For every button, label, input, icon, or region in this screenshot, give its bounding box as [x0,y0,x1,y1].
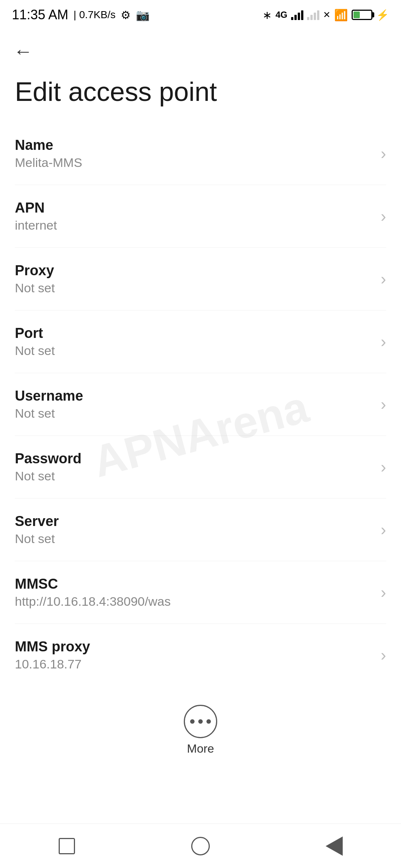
signal-bars-1 [291,10,303,20]
chevron-right-icon: › [381,207,386,226]
settings-item-value: Melita-MMS [15,155,373,170]
settings-item-value: internet [15,218,373,233]
battery-box [352,10,372,20]
chevron-right-icon: › [381,332,386,351]
battery-fill [353,11,360,18]
home-icon [191,837,210,855]
back-arrow-icon: ← [13,42,33,61]
settings-item-label: Proxy [15,263,373,279]
status-right: ∗ 4G ✕ 📶 ⚡ [263,9,389,22]
signal-bars-2 [307,10,319,20]
settings-list: Name Melita-MMS › APN internet › Proxy N… [0,122,401,686]
nav-bar [0,823,401,868]
settings-item-content: MMSC http://10.16.18.4:38090/was [15,576,373,609]
recent-apps-button[interactable] [45,824,89,868]
settings-item-server[interactable]: Server Not set › [15,499,386,561]
settings-item-password[interactable]: Password Not set › [15,436,386,499]
settings-item-content: Password Not set [15,451,373,483]
back-button[interactable]: ← [13,38,33,65]
settings-item-value: Not set [15,469,373,483]
recent-apps-icon [59,838,75,854]
settings-item-mmsc[interactable]: MMSC http://10.16.18.4:38090/was › [15,561,386,624]
settings-item-label: MMS proxy [15,639,373,655]
more-dots [190,719,211,724]
settings-item-proxy[interactable]: Proxy Not set › [15,248,386,310]
settings-item-value: 10.16.18.77 [15,657,373,671]
settings-item-content: Username Not set [15,388,373,421]
settings-item-apn[interactable]: APN internet › [15,185,386,248]
bluetooth-icon: ∗ [263,9,272,22]
charging-icon: ⚡ [376,9,389,21]
no-signal-icon: ✕ [323,10,330,20]
settings-item-content: MMS proxy 10.16.18.77 [15,639,373,671]
more-button[interactable]: More [169,697,232,763]
back-nav-icon [326,836,343,856]
settings-item-value: http://10.16.18.4:38090/was [15,594,373,609]
settings-item-content: Port Not set [15,325,373,358]
more-circle [184,705,217,738]
settings-item-content: Server Not set [15,513,373,546]
chevron-right-icon: › [381,646,386,664]
settings-item-label: MMSC [15,576,373,592]
settings-item-label: APN [15,200,373,216]
status-speed: | 0.7KB/s [74,9,115,21]
page-title: Edit access point [15,76,386,108]
settings-item-content: APN internet [15,200,373,233]
status-time: 11:35 AM [12,7,68,23]
settings-item-name[interactable]: Name Melita-MMS › [15,122,386,185]
status-left: 11:35 AM | 0.7KB/s ⚙ 📷 [12,7,150,23]
settings-item-port[interactable]: Port Not set › [15,310,386,373]
toolbar: ← [0,27,401,68]
back-nav-button[interactable] [312,824,356,868]
4g-icon: 4G [276,10,287,20]
home-button[interactable] [178,824,223,868]
chevron-right-icon: › [381,520,386,539]
status-bar: 11:35 AM | 0.7KB/s ⚙ 📷 ∗ 4G ✕ 📶 [0,0,401,27]
settings-item-label: Name [15,137,373,153]
settings-item-value: Not set [15,406,373,421]
chevron-right-icon: › [381,144,386,163]
camera-icon: 📷 [136,9,150,22]
gear-icon: ⚙ [121,9,131,22]
settings-item-content: Proxy Not set [15,263,373,295]
settings-item-mms-proxy[interactable]: MMS proxy 10.16.18.77 › [15,624,386,686]
chevron-right-icon: › [381,458,386,476]
chevron-right-icon: › [381,395,386,414]
settings-item-value: Not set [15,343,373,358]
wifi-icon: 📶 [334,9,348,22]
settings-item-value: Not set [15,281,373,295]
chevron-right-icon: › [381,270,386,288]
settings-item-value: Not set [15,532,373,546]
settings-item-username[interactable]: Username Not set › [15,373,386,436]
more-section: More [0,686,401,770]
settings-item-label: Password [15,451,373,467]
more-label: More [187,742,214,756]
battery-container [352,10,372,20]
settings-item-label: Port [15,325,373,341]
page-title-section: Edit access point [0,68,401,122]
chevron-right-icon: › [381,583,386,602]
settings-item-label: Username [15,388,373,404]
settings-item-label: Server [15,513,373,529]
settings-item-content: Name Melita-MMS [15,137,373,170]
